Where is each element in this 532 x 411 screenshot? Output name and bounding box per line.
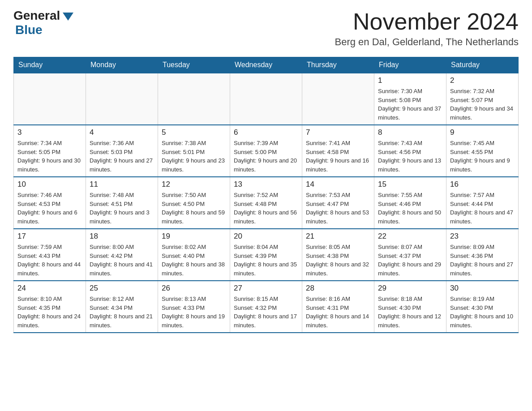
title-section: November 2024 Berg en Dal, Gelderland, T…: [335, 9, 519, 48]
calendar-cell: 25Sunrise: 8:12 AM Sunset: 4:34 PM Dayli…: [86, 281, 158, 333]
calendar-header-thursday: Thursday: [302, 57, 374, 73]
month-title: November 2024: [335, 9, 519, 34]
calendar-header-saturday: Saturday: [446, 57, 519, 73]
day-info: Sunrise: 8:02 AM Sunset: 4:40 PM Dayligh…: [162, 243, 226, 278]
day-info: Sunrise: 7:55 AM Sunset: 4:46 PM Dayligh…: [378, 191, 442, 226]
day-number: 15: [378, 180, 442, 189]
calendar-header-tuesday: Tuesday: [158, 57, 230, 73]
day-info: Sunrise: 7:38 AM Sunset: 5:01 PM Dayligh…: [162, 139, 226, 174]
calendar-header-sunday: Sunday: [14, 57, 86, 73]
calendar-week-4: 17Sunrise: 7:59 AM Sunset: 4:43 PM Dayli…: [14, 229, 519, 281]
calendar-cell: 29Sunrise: 8:18 AM Sunset: 4:30 PM Dayli…: [374, 281, 446, 333]
day-number: 19: [162, 232, 226, 241]
day-number: 1: [378, 76, 442, 85]
day-info: Sunrise: 7:50 AM Sunset: 4:50 PM Dayligh…: [162, 191, 226, 226]
day-number: 29: [378, 284, 442, 293]
day-info: Sunrise: 8:04 AM Sunset: 4:39 PM Dayligh…: [234, 243, 298, 278]
calendar-cell: 20Sunrise: 8:04 AM Sunset: 4:39 PM Dayli…: [230, 229, 302, 281]
day-number: 25: [90, 284, 154, 293]
day-info: Sunrise: 7:52 AM Sunset: 4:48 PM Dayligh…: [234, 191, 298, 226]
calendar-cell: 22Sunrise: 8:07 AM Sunset: 4:37 PM Dayli…: [374, 229, 446, 281]
calendar-week-3: 10Sunrise: 7:46 AM Sunset: 4:53 PM Dayli…: [14, 177, 519, 229]
calendar-cell: 26Sunrise: 8:13 AM Sunset: 4:33 PM Dayli…: [158, 281, 230, 333]
day-number: 6: [234, 128, 298, 137]
calendar-cell: 17Sunrise: 7:59 AM Sunset: 4:43 PM Dayli…: [14, 229, 86, 281]
day-number: 18: [90, 232, 154, 241]
day-info: Sunrise: 8:13 AM Sunset: 4:33 PM Dayligh…: [162, 295, 226, 330]
calendar-cell: [14, 73, 86, 125]
calendar-week-5: 24Sunrise: 8:10 AM Sunset: 4:35 PM Dayli…: [14, 281, 519, 333]
calendar-cell: 13Sunrise: 7:52 AM Sunset: 4:48 PM Dayli…: [230, 177, 302, 229]
calendar-cell: 16Sunrise: 7:57 AM Sunset: 4:44 PM Dayli…: [446, 177, 519, 229]
day-info: Sunrise: 7:41 AM Sunset: 4:58 PM Dayligh…: [306, 139, 370, 174]
calendar-cell: 23Sunrise: 8:09 AM Sunset: 4:36 PM Dayli…: [446, 229, 519, 281]
day-info: Sunrise: 7:30 AM Sunset: 5:08 PM Dayligh…: [378, 87, 442, 122]
day-info: Sunrise: 7:36 AM Sunset: 5:03 PM Dayligh…: [90, 139, 154, 174]
calendar-cell: 5Sunrise: 7:38 AM Sunset: 5:01 PM Daylig…: [158, 125, 230, 177]
calendar-cell: 27Sunrise: 8:15 AM Sunset: 4:32 PM Dayli…: [230, 281, 302, 333]
day-number: 11: [90, 180, 154, 189]
day-number: 13: [234, 180, 298, 189]
location-subtitle: Berg en Dal, Gelderland, The Netherlands: [335, 36, 519, 48]
calendar-header-monday: Monday: [86, 57, 158, 73]
calendar-table: SundayMondayTuesdayWednesdayThursdayFrid…: [13, 57, 519, 333]
day-number: 9: [450, 128, 515, 137]
day-number: 4: [90, 128, 154, 137]
calendar-cell: 14Sunrise: 7:53 AM Sunset: 4:47 PM Dayli…: [302, 177, 374, 229]
day-number: 28: [306, 284, 370, 293]
day-info: Sunrise: 8:00 AM Sunset: 4:42 PM Dayligh…: [90, 243, 154, 278]
day-info: Sunrise: 8:18 AM Sunset: 4:30 PM Dayligh…: [378, 295, 442, 330]
day-number: 2: [450, 76, 515, 85]
page-header: General Blue November 2024 Berg en Dal, …: [13, 9, 519, 48]
day-info: Sunrise: 7:59 AM Sunset: 4:43 PM Dayligh…: [17, 243, 82, 278]
calendar-week-2: 3Sunrise: 7:34 AM Sunset: 5:05 PM Daylig…: [14, 125, 519, 177]
calendar-cell: [86, 73, 158, 125]
day-number: 24: [17, 284, 82, 293]
logo-general-text: General: [13, 9, 60, 23]
day-info: Sunrise: 8:16 AM Sunset: 4:31 PM Dayligh…: [306, 295, 370, 330]
day-info: Sunrise: 8:15 AM Sunset: 4:32 PM Dayligh…: [234, 295, 298, 330]
calendar-cell: 28Sunrise: 8:16 AM Sunset: 4:31 PM Dayli…: [302, 281, 374, 333]
logo: General Blue: [13, 9, 73, 37]
calendar-cell: 9Sunrise: 7:45 AM Sunset: 4:55 PM Daylig…: [446, 125, 519, 177]
calendar-cell: 11Sunrise: 7:48 AM Sunset: 4:51 PM Dayli…: [86, 177, 158, 229]
day-number: 5: [162, 128, 226, 137]
logo-triangle-icon: [63, 13, 73, 21]
calendar-cell: 1Sunrise: 7:30 AM Sunset: 5:08 PM Daylig…: [374, 73, 446, 125]
calendar-cell: 7Sunrise: 7:41 AM Sunset: 4:58 PM Daylig…: [302, 125, 374, 177]
calendar-cell: 12Sunrise: 7:50 AM Sunset: 4:50 PM Dayli…: [158, 177, 230, 229]
day-info: Sunrise: 7:57 AM Sunset: 4:44 PM Dayligh…: [450, 191, 515, 226]
day-info: Sunrise: 8:09 AM Sunset: 4:36 PM Dayligh…: [450, 243, 515, 278]
day-info: Sunrise: 7:46 AM Sunset: 4:53 PM Dayligh…: [17, 191, 82, 226]
day-number: 7: [306, 128, 370, 137]
day-number: 17: [17, 232, 82, 241]
day-info: Sunrise: 8:19 AM Sunset: 4:30 PM Dayligh…: [450, 295, 515, 330]
calendar-cell: 2Sunrise: 7:32 AM Sunset: 5:07 PM Daylig…: [446, 73, 519, 125]
calendar-cell: [230, 73, 302, 125]
calendar-header-row: SundayMondayTuesdayWednesdayThursdayFrid…: [14, 57, 519, 73]
day-number: 27: [234, 284, 298, 293]
day-info: Sunrise: 7:45 AM Sunset: 4:55 PM Dayligh…: [450, 139, 515, 174]
calendar-week-1: 1Sunrise: 7:30 AM Sunset: 5:08 PM Daylig…: [14, 73, 519, 125]
day-number: 20: [234, 232, 298, 241]
calendar-cell: 24Sunrise: 8:10 AM Sunset: 4:35 PM Dayli…: [14, 281, 86, 333]
day-info: Sunrise: 7:53 AM Sunset: 4:47 PM Dayligh…: [306, 191, 370, 226]
day-info: Sunrise: 7:48 AM Sunset: 4:51 PM Dayligh…: [90, 191, 154, 226]
calendar-cell: 15Sunrise: 7:55 AM Sunset: 4:46 PM Dayli…: [374, 177, 446, 229]
day-number: 26: [162, 284, 226, 293]
day-info: Sunrise: 8:05 AM Sunset: 4:38 PM Dayligh…: [306, 243, 370, 278]
calendar-cell: 8Sunrise: 7:43 AM Sunset: 4:56 PM Daylig…: [374, 125, 446, 177]
calendar-cell: 30Sunrise: 8:19 AM Sunset: 4:30 PM Dayli…: [446, 281, 519, 333]
day-number: 10: [17, 180, 82, 189]
logo-blue-text: Blue: [15, 23, 43, 37]
day-info: Sunrise: 7:34 AM Sunset: 5:05 PM Dayligh…: [17, 139, 82, 174]
day-number: 22: [378, 232, 442, 241]
day-info: Sunrise: 8:07 AM Sunset: 4:37 PM Dayligh…: [378, 243, 442, 278]
day-info: Sunrise: 8:12 AM Sunset: 4:34 PM Dayligh…: [90, 295, 154, 330]
day-number: 14: [306, 180, 370, 189]
day-info: Sunrise: 8:10 AM Sunset: 4:35 PM Dayligh…: [17, 295, 82, 330]
day-number: 23: [450, 232, 515, 241]
calendar-header-wednesday: Wednesday: [230, 57, 302, 73]
calendar-header-friday: Friday: [374, 57, 446, 73]
day-number: 8: [378, 128, 442, 137]
